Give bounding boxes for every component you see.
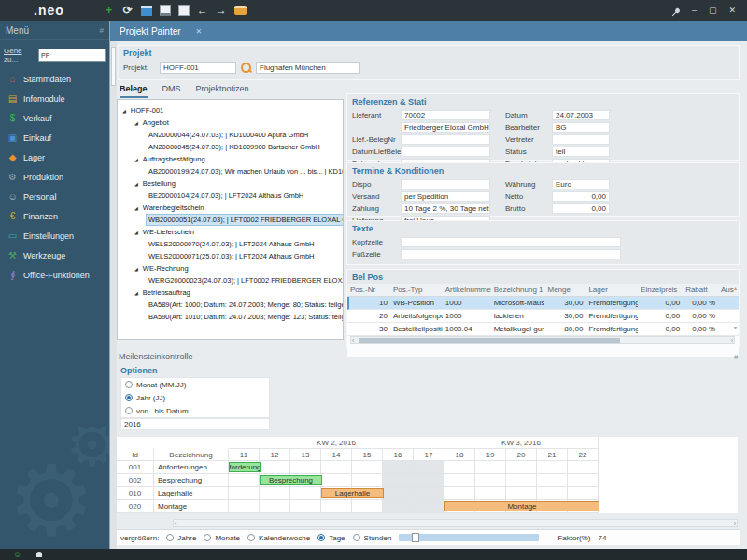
tree-item[interactable]: AN20000044(24.07.03); | KD1000400 Apura … [118,129,343,141]
tree-item[interactable]: WELS20000070(24.07.03); | LFT2024 Althau… [118,238,343,250]
tree-item[interactable]: BE20000104(24.07.03); | LFT2024 Althaus … [118,189,343,202]
tree-expand-icon[interactable]: ◢ [134,205,138,211]
zoom-slider-thumb[interactable] [412,533,419,542]
tree-expand-icon[interactable]: ◢ [134,266,138,272]
belpos-column-header[interactable]: Bezeichnung 1 [491,286,545,294]
scroll-down-icon[interactable]: ▾ [734,324,737,330]
belpos-column-header[interactable]: Lager [585,286,638,294]
belpos-row[interactable]: 30Bestellteilposition1000.04Metallkugel … [347,323,739,336]
pin-window-icon[interactable] [674,7,681,13]
sidebar-item-infomodule[interactable]: ▤Infomodule [0,89,109,108]
field-value[interactable] [401,237,621,247]
field-value[interactable]: BG [552,122,610,133]
tree-item[interactable]: ◢Betriebsauftrag [118,287,343,299]
notification-bell-icon[interactable] [36,552,42,557]
document-tab-title[interactable]: Projekt Painter [120,26,181,36]
meilenstein-pin-icon[interactable]: # [734,353,738,361]
field-value[interactable] [401,179,490,189]
belpos-row[interactable]: 20Arbeitsfolgenposition1000lackieren30,0… [347,310,739,323]
forward-icon[interactable]: → [216,5,227,17]
scroll-right-icon[interactable]: › [731,336,733,344]
close-icon[interactable]: ✕ [728,6,736,15]
belpos-column-header[interactable]: Artikelnummer [443,286,491,294]
belpos-hscroll-thumb[interactable] [359,338,620,343]
gantt-bar-lagerhalle[interactable]: Lagerhalle [321,488,384,498]
tab-projektnotizen[interactable]: Projektnotizen [196,84,249,98]
radio-stunden[interactable]: Stunden [353,534,392,542]
collapsed-panel-handle[interactable] [111,47,116,86]
tree-item[interactable]: ◢WE-Lieferschein [118,226,343,238]
radio-jahre[interactable]: Jahre [166,534,196,542]
tree-expand-icon[interactable]: ◢ [134,157,138,162]
scroll-up-icon[interactable]: ▴ [734,285,737,291]
field-value[interactable] [401,134,490,145]
save-icon[interactable] [141,6,152,16]
menu-pin-icon[interactable]: # [100,26,104,35]
radio-von-bis-datum[interactable]: von...bis Datum [125,407,269,415]
tree-item[interactable]: AB20000199(24.07.03); Wir machen Urlaub … [118,165,343,177]
tree-expand-icon[interactable]: ◢ [134,120,138,126]
sidebar-item-werkzeuge[interactable]: ⚒Werkzeuge [0,245,109,265]
field-value[interactable]: teil [552,147,610,157]
sidebar-item-verkauf[interactable]: $Verkauf [0,108,109,128]
radio-jahr-jj[interactable]: Jahr (JJ) [125,394,269,402]
tree-item[interactable]: WB20000051(24.07.03); | LFT0002 FRIEDBER… [118,214,343,226]
tree-item[interactable]: BA590(Art: 1010; Datum: 24.07.2003; Meng… [118,311,343,323]
belpos-column-header[interactable]: Menge [544,286,585,294]
tree-expand-icon[interactable]: ◢ [134,290,138,296]
radio-monate[interactable]: Monate [204,534,240,542]
document-edit-icon[interactable] [160,5,171,16]
field-value[interactable] [401,147,490,157]
scroll-right-icon[interactable]: › [734,519,736,527]
tab-dms[interactable]: DMS [162,84,181,98]
tree-item[interactable]: AN20000045(24.07.03); | KD1009900 Bartsc… [118,141,343,153]
radio-kalenderwoche[interactable]: Kalenderwoche [247,534,310,542]
field-value[interactable]: per Spedition [401,191,490,202]
scroll-left-icon[interactable]: ‹ [175,519,176,527]
tree-item[interactable]: BA589(Art: 1000; Datum: 24.07.2003; Meng… [118,299,343,311]
sidebar-item-office-funktionen[interactable]: ∮Office-Funktionen [0,265,109,285]
radio-tage[interactable]: Tage [317,534,345,542]
gantt-bar-montage[interactable]: Montage [444,501,599,511]
tree-item[interactable]: ◢HOFF-001 [118,105,343,117]
projekt-name-input[interactable]: Flughafen München [256,62,360,74]
projekt-code-input[interactable]: HOFF-001 [160,62,236,74]
search-icon[interactable] [241,63,251,73]
back-icon[interactable]: ← [197,5,208,17]
field-value[interactable]: Euro [552,179,610,189]
zoom-slider[interactable] [399,534,539,541]
tree-expand-icon[interactable]: ◢ [122,108,126,114]
sidebar-item-einkauf[interactable]: ▣Einkauf [0,128,109,147]
tree-item[interactable]: WELS20000071(25.07.03); | LFT2024 Althau… [118,250,343,262]
sidebar-item-produktion[interactable]: ⚙Produktion [0,167,109,187]
gantt-bar-anforderungen[interactable]: Anforderungen [229,462,261,472]
belpos-column-header[interactable]: Pos.-Typ [390,286,443,294]
belpos-column-header[interactable]: Einzelpreis [638,286,683,294]
tab-belege[interactable]: Belege [120,84,148,98]
maximize-icon[interactable]: ▢ [709,6,717,15]
gantt-bar-besprechung[interactable]: Besprechung [260,475,322,485]
scroll-left-icon[interactable]: ‹ [352,336,354,344]
tree-item[interactable]: ◢Angebot [118,117,343,129]
gantt-hscrollbar[interactable]: ‹ › [173,519,738,527]
refresh-icon[interactable]: ⟳ [122,5,134,17]
sidebar-item-einstellungen[interactable]: ▭Einstellungen [0,226,109,245]
belpos-column-header[interactable]: Pos.-Nr [347,286,390,294]
field-value[interactable]: Friedberger Eloxal GmbH [401,122,490,133]
tab-close-icon[interactable]: ✕ [196,27,203,35]
add-icon[interactable]: + [104,5,115,17]
field-value[interactable]: 24.07.2003 [552,110,610,120]
belpos-hscrollbar[interactable]: ‹ › [350,336,735,344]
field-value[interactable]: 0,00 [552,203,610,214]
field-value[interactable]: 70002 [401,110,490,120]
minimize-icon[interactable]: – [692,6,697,15]
sidebar-item-finanzen[interactable]: €Finanzen [0,206,109,226]
tree-item[interactable]: WERG20000023(24.07.03); | LFT0002 FRIEDB… [118,274,343,287]
goto-input[interactable] [38,49,106,62]
sidebar-item-personal[interactable]: ☺Personal [0,187,109,206]
field-value[interactable]: 0,00 [552,191,610,202]
user-status-icon[interactable]: ☺ [13,550,21,559]
tree-item[interactable]: ◢Auftragsbestätigung [118,153,343,165]
document-icon[interactable] [178,5,190,16]
sidebar-item-lager[interactable]: ◆Lager [0,147,109,167]
